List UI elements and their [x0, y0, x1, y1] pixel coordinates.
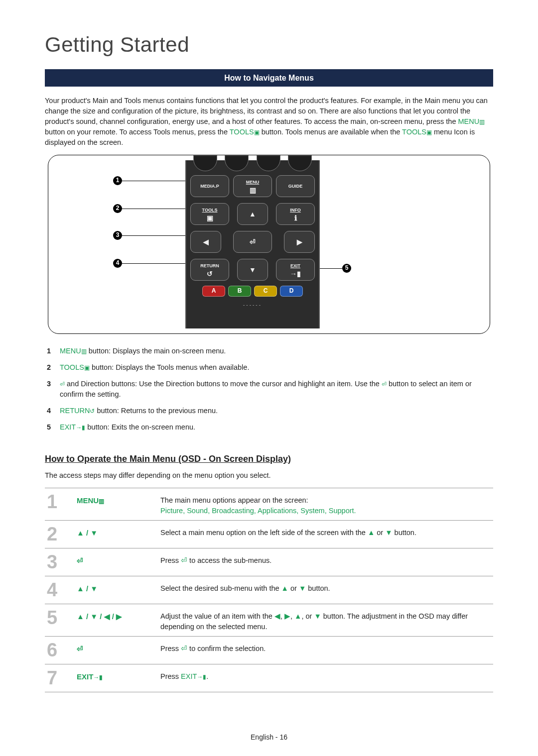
- round-button[interactable]: [288, 155, 312, 171]
- step-number: 7: [47, 668, 73, 687]
- step-row-4: 4 ▲ / ▼ Select the desired sub-menu with…: [45, 576, 493, 604]
- down-arrow-icon: ▼: [249, 266, 256, 273]
- round-button[interactable]: [257, 155, 280, 171]
- legend-num: 4: [47, 406, 55, 416]
- return-icon: ↺: [90, 407, 95, 416]
- up-button[interactable]: ▲: [237, 203, 268, 225]
- step-row-6: 6 ⏎ Press ⏎ to confirm the selection.: [45, 637, 493, 664]
- legend-num: 1: [47, 346, 55, 356]
- callout-4: 4: [113, 259, 122, 268]
- return-label: RETURN: [200, 263, 219, 269]
- footer-page: 16: [279, 733, 287, 741]
- color-button-c[interactable]: C: [254, 286, 277, 297]
- round-button[interactable]: [193, 155, 217, 171]
- color-button-d[interactable]: D: [280, 286, 303, 297]
- right-arrow-icon: ▶: [284, 612, 290, 620]
- legend-text: button: Exits the on-screen menu.: [85, 423, 195, 431]
- mediap-label: MEDIA.P: [200, 183, 219, 190]
- step-desc-line: The main menu options appear on the scre…: [160, 495, 491, 506]
- color-button-b[interactable]: B: [228, 286, 251, 297]
- down-arrow-icon: ▼: [385, 529, 392, 537]
- callout-2: 2: [113, 204, 122, 213]
- callout-line-3: [122, 235, 189, 236]
- left-button[interactable]: ◀: [190, 231, 221, 253]
- subnote: The access steps may differ depending on…: [45, 470, 493, 481]
- callout-line-4: [122, 263, 189, 264]
- step-key: ▲ / ▼ / ◀ / ▶: [77, 608, 156, 622]
- step-desc: Select a main menu option on the left si…: [160, 525, 491, 538]
- right-button[interactable]: ▶: [284, 231, 315, 253]
- enter-icon: ⏎: [250, 238, 256, 245]
- step-key: ⏎: [77, 552, 156, 566]
- info-icon: ℹ: [294, 215, 297, 221]
- remote-body: MEDIA.P MENU▥ GUIDE TOOLS▣ ▲ INFOℹ ◀ ⏎ ▶…: [185, 160, 320, 328]
- left-arrow-icon: ◀: [203, 238, 209, 245]
- step-number: 2: [47, 525, 73, 543]
- tools-icon: ▣: [207, 215, 213, 221]
- right-arrow-icon: ▶: [297, 238, 302, 245]
- legend-text: and Direction buttons: Use the Direction…: [65, 380, 382, 388]
- subheading: How to Operate the Main Menu (OSD - On S…: [45, 452, 493, 465]
- step-options: Picture, Sound, Broadcasting, Applicatio…: [160, 506, 491, 516]
- intro-text-c: button. Tools menus are available when t…: [262, 128, 402, 136]
- tools-icon-2: ▣: [426, 128, 432, 137]
- legend-text: button: Displays the main on-screen menu…: [87, 347, 226, 355]
- down-button[interactable]: ▼: [237, 259, 268, 281]
- legend-text: button: Returns to the previous menu.: [95, 407, 218, 415]
- exit-icon: →▮: [76, 424, 85, 432]
- steps-table: 1 MENU▥ The main menu options appear on …: [45, 488, 493, 692]
- step-desc: Adjust the value of an item with the ◀, …: [160, 608, 491, 632]
- step-number: 1: [47, 492, 73, 511]
- callout-5: 5: [342, 264, 351, 273]
- color-button-a[interactable]: A: [202, 286, 225, 297]
- step-key: ▲ / ▼: [77, 580, 156, 594]
- step-number: 3: [47, 552, 73, 571]
- info-button[interactable]: INFOℹ: [276, 203, 315, 225]
- remote-round-row: [186, 151, 319, 169]
- footer-sep: -: [273, 733, 279, 741]
- legend-label: TOOLS: [60, 363, 84, 371]
- tools-icon: ▣: [84, 364, 90, 372]
- callout-line-2: [122, 209, 189, 209]
- footer-lang: English: [251, 733, 273, 741]
- enter-icon: ⏎: [181, 556, 187, 564]
- step-key: ⏎: [77, 641, 156, 654]
- step-desc: Press ⏎ to confirm the selection.: [160, 641, 491, 654]
- left-arrow-icon: ◀: [274, 612, 280, 620]
- mediap-button[interactable]: MEDIA.P: [190, 175, 229, 197]
- menu-label: MENU: [458, 117, 480, 125]
- step-row-7: 7 EXIT→▮ Press EXIT→▮.: [45, 664, 493, 692]
- tools-icon: ▣: [254, 128, 260, 137]
- up-arrow-icon: ▲: [294, 612, 301, 620]
- remote-frame: 1 2 3 4 5 MEDIA.P MENU▥ GUIDE TOOLS▣ ▲ I…: [48, 155, 490, 334]
- legend-item-4: 4 RETURN↺ button: Returns to the previou…: [47, 406, 491, 416]
- step-desc: The main menu options appear on the scre…: [160, 492, 491, 516]
- return-button[interactable]: RETURN↺: [190, 259, 229, 281]
- menu-button[interactable]: MENU▥: [233, 175, 272, 197]
- exit-label: EXIT: [181, 672, 197, 680]
- exit-button[interactable]: EXIT→▮: [276, 259, 315, 281]
- intro-paragraph: Your product's Main and Tools menus cont…: [45, 96, 493, 148]
- menu-icon: ▥: [250, 187, 256, 194]
- tools-label: TOOLS: [202, 207, 218, 214]
- tools-button[interactable]: TOOLS▣: [190, 203, 229, 225]
- round-button[interactable]: [225, 155, 249, 171]
- exit-label: EXIT: [290, 263, 300, 269]
- step-number: 4: [47, 580, 73, 599]
- enter-button[interactable]: ⏎: [233, 231, 272, 253]
- step-key: ▲ / ▼: [77, 525, 156, 539]
- legend-item-1: 1 MENU▥ button: Displays the main on-scr…: [47, 346, 491, 356]
- legend-list: 1 MENU▥ button: Displays the main on-scr…: [47, 346, 491, 432]
- enter-icon: ⏎: [181, 645, 187, 652]
- exit-icon: →▮: [290, 270, 301, 277]
- guide-button[interactable]: GUIDE: [276, 175, 315, 197]
- info-label: INFO: [290, 207, 301, 214]
- legend-label: EXIT: [60, 423, 76, 431]
- guide-label: GUIDE: [288, 183, 303, 190]
- step-key: EXIT→▮: [77, 668, 156, 682]
- callout-line-5: [317, 268, 342, 269]
- tools-label: TOOLS: [230, 128, 254, 136]
- tools-label-2: TOOLS: [402, 128, 426, 136]
- step-desc: Press ⏎ to access the sub-menus.: [160, 552, 491, 566]
- down-arrow-icon: ▼: [314, 612, 321, 620]
